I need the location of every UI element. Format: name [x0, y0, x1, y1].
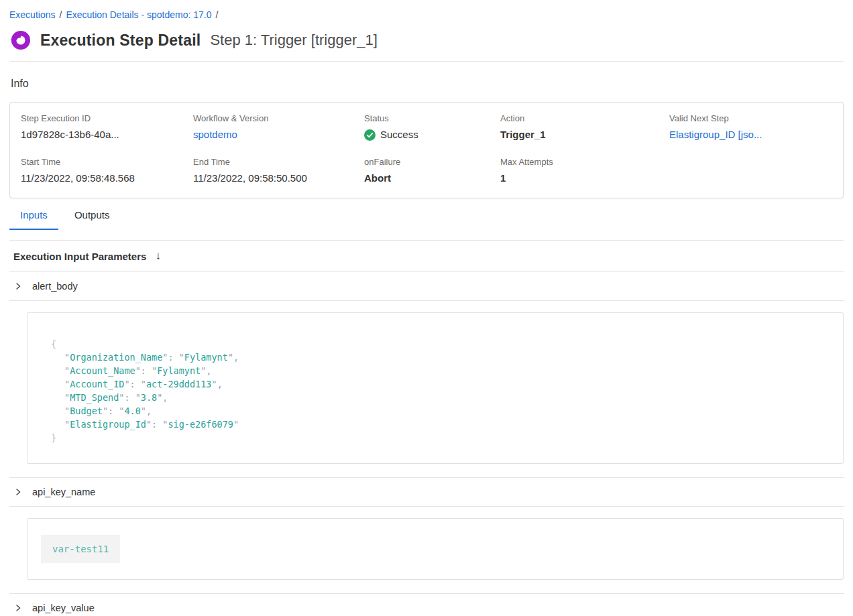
field-start-time: Start Time 11/23/2022, 09:58:48.568: [21, 157, 193, 184]
info-card: Step Execution ID 1d97828c-13b6-40a... W…: [9, 102, 844, 198]
breadcrumb: Executions/Execution Details - spotdemo:…: [9, 9, 844, 20]
page-subtitle: Step 1: Trigger [trigger_1]: [210, 32, 377, 49]
field-action: Action Trigger_1: [500, 113, 669, 141]
field-value: 11/23/2022, 09:58:50.500: [193, 172, 364, 184]
workflow-link[interactable]: spotdemo: [193, 129, 237, 140]
param-name: api_key_name: [32, 487, 95, 497]
json-line: Budget4.0: [51, 404, 819, 418]
json-close-brace: }: [51, 431, 819, 444]
json-line: Organization_NameFylamynt: [51, 351, 819, 364]
breadcrumb-separator: /: [59, 9, 62, 20]
field-max-attempts: Max Attempts 1: [500, 157, 669, 184]
json-line: Elastigroup_Idsig-e26f6079: [51, 418, 819, 431]
field-value: 1d97828c-13b6-40a...: [21, 129, 193, 141]
param-content-alert-body: { Organization_NameFylamynt Account_Name…: [9, 301, 844, 478]
param-row-alert-body[interactable]: alert_body: [9, 272, 844, 301]
json-open-brace: {: [51, 337, 819, 351]
breadcrumb-link-execution-details[interactable]: Execution Details - spotdemo: 17.0: [66, 9, 211, 20]
param-value-card: var-test11: [27, 518, 844, 580]
info-section-title: Info: [11, 78, 844, 90]
field-label: Status: [364, 113, 500, 123]
param-row-api-key-name[interactable]: api_key_name: [9, 478, 844, 507]
field-workflow-version: Workflow & Version spotdemo: [193, 113, 364, 141]
json-viewer: { Organization_NameFylamynt Account_Name…: [51, 337, 819, 444]
field-value: Trigger_1: [500, 129, 669, 141]
json-value: Fylamynt: [179, 352, 233, 363]
execution-input-parameters-header: Execution Input Parameters ↓: [9, 241, 844, 272]
chevron-right-icon: [13, 282, 23, 291]
param-name: alert_body: [32, 281, 78, 292]
field-valid-next-step: Valid Next Step Elastigroup_ID [jso...: [669, 113, 832, 141]
field-value: 11/23/2022, 09:58:48.568: [21, 172, 193, 184]
field-label: End Time: [193, 157, 364, 167]
app-logo-icon: [9, 30, 31, 50]
status-badge: Success: [364, 129, 500, 141]
json-key: Account_Name: [64, 365, 152, 376]
field-label: Step Execution ID: [21, 113, 193, 123]
param-content-api-key-name: var-test11: [9, 507, 844, 594]
field-label: Start Time: [21, 157, 193, 167]
tab-outputs[interactable]: Outputs: [64, 209, 121, 230]
field-label: Max Attempts: [500, 157, 669, 167]
tab-bar: Inputs Outputs: [9, 209, 844, 230]
page-title: Execution Step Detail: [40, 32, 201, 50]
field-label: onFailure: [364, 157, 500, 167]
header-divider: [9, 61, 844, 62]
field-label: Valid Next Step: [669, 113, 832, 123]
field-status: Status Success: [364, 113, 500, 141]
field-value: 1: [500, 172, 669, 184]
json-line: MTD_Spend3.8: [51, 391, 819, 404]
json-key: Budget: [64, 406, 119, 416]
field-value: Abort: [364, 172, 500, 184]
expand-all-icon[interactable]: ↓: [155, 249, 161, 263]
breadcrumb-link-executions[interactable]: Executions: [9, 9, 55, 20]
json-line: Account_NameFylamynt: [51, 364, 819, 377]
json-value: Fylamynt: [152, 365, 206, 376]
json-key: Organization_Name: [64, 352, 179, 363]
field-onfailure: onFailure Abort: [364, 157, 500, 184]
json-viewer-card: { Organization_NameFylamynt Account_Name…: [27, 312, 844, 464]
field-label: Action: [500, 113, 669, 123]
field-label: Workflow & Version: [193, 113, 364, 123]
chevron-right-icon: [13, 487, 23, 497]
success-check-icon: [364, 129, 376, 141]
field-step-execution-id: Step Execution ID 1d97828c-13b6-40a...: [21, 113, 193, 141]
execution-input-parameters-title: Execution Input Parameters: [13, 251, 146, 262]
json-value: 3.8: [135, 392, 163, 403]
field-end-time: End Time 11/23/2022, 09:58:50.500: [193, 157, 364, 184]
param-name: api_key_value: [32, 603, 95, 613]
tab-inputs[interactable]: Inputs: [9, 209, 58, 230]
json-value: 4.0: [119, 406, 146, 416]
valid-next-step-link[interactable]: Elastigroup_ID [jso...: [669, 129, 762, 140]
param-row-api-key-value[interactable]: api_key_value: [9, 594, 844, 616]
json-key: MTD_Spend: [64, 392, 135, 403]
param-value-chip: var-test11: [41, 535, 120, 563]
page-header: Execution Step Detail Step 1: Trigger [t…: [9, 30, 844, 50]
json-value: sig-e26f6079: [162, 419, 239, 430]
chevron-right-icon: [13, 603, 23, 613]
execution-step-detail-page: Executions/Execution Details - spotdemo:…: [0, 0, 853, 616]
status-text: Success: [380, 129, 418, 141]
breadcrumb-separator: /: [216, 9, 219, 20]
info-grid: Step Execution ID 1d97828c-13b6-40a... W…: [21, 113, 832, 184]
json-key: Account_ID: [64, 379, 141, 389]
json-value: act-29ddd113: [141, 379, 217, 389]
json-line: Account_IDact-29ddd113: [51, 377, 819, 391]
json-key: Elastigroup_Id: [64, 419, 162, 430]
